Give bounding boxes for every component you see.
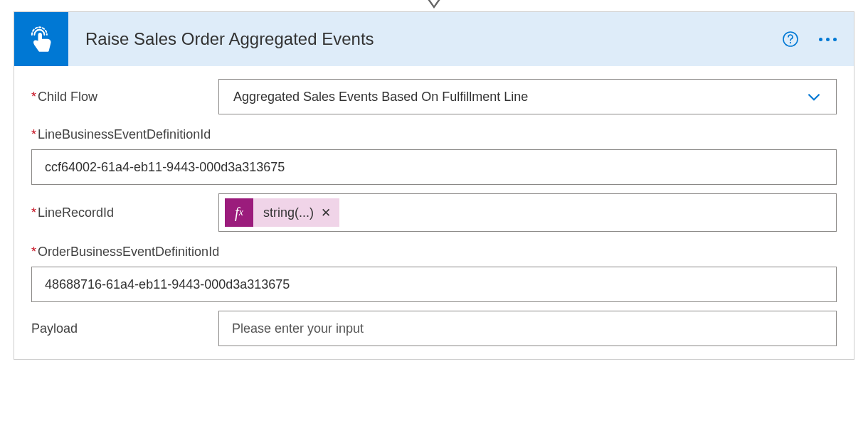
field-row-child-flow: *Child Flow Aggregated Sales Events Base… bbox=[31, 79, 837, 114]
touch-pointer-icon bbox=[26, 24, 56, 54]
svg-point-1 bbox=[790, 42, 791, 43]
child-flow-select[interactable]: Aggregated Sales Events Based On Fulfill… bbox=[218, 79, 837, 114]
help-icon[interactable] bbox=[782, 31, 799, 48]
fx-icon: fx bbox=[225, 198, 253, 227]
required-asterisk: * bbox=[31, 245, 36, 259]
field-label: *OrderBusinessEventDefinitionId bbox=[31, 245, 837, 259]
label-text: LineRecordId bbox=[38, 205, 114, 220]
text-input[interactable] bbox=[45, 267, 823, 301]
select-value: Aggregated Sales Events Based On Fulfill… bbox=[233, 90, 528, 105]
expression-token[interactable]: fx string(...) ✕ bbox=[225, 198, 339, 227]
field-col-line-biz-event-def-id: *LineBusinessEventDefinitionId bbox=[31, 127, 837, 185]
dot-icon bbox=[826, 38, 830, 41]
header-actions bbox=[782, 31, 837, 48]
required-asterisk: * bbox=[31, 205, 36, 220]
required-asterisk: * bbox=[31, 127, 36, 141]
field-label: *Child Flow bbox=[31, 90, 218, 105]
dot-icon bbox=[819, 38, 822, 41]
card-title: Raise Sales Order Aggregated Events bbox=[85, 29, 782, 49]
field-label: *LineRecordId bbox=[31, 205, 218, 220]
line-biz-event-def-id-input[interactable] bbox=[31, 149, 837, 185]
label-text: LineBusinessEventDefinitionId bbox=[38, 127, 211, 141]
label-text: OrderBusinessEventDefinitionId bbox=[38, 245, 219, 259]
text-input[interactable] bbox=[45, 150, 823, 184]
payload-input[interactable] bbox=[218, 311, 837, 346]
label-text: Child Flow bbox=[38, 90, 97, 104]
field-col-order-biz-event-def-id: *OrderBusinessEventDefinitionId bbox=[31, 245, 837, 302]
field-row-payload: Payload bbox=[31, 311, 837, 346]
text-input[interactable] bbox=[232, 311, 823, 346]
dot-icon bbox=[833, 38, 837, 41]
field-label: *LineBusinessEventDefinitionId bbox=[31, 127, 837, 142]
action-icon-tile bbox=[14, 12, 68, 66]
remove-expression-button[interactable]: ✕ bbox=[321, 207, 331, 219]
order-biz-event-def-id-input[interactable] bbox=[31, 267, 837, 302]
expression-text: string(...) bbox=[263, 205, 314, 220]
required-asterisk: * bbox=[31, 90, 36, 104]
action-card: Raise Sales Order Aggregated Events *Chi… bbox=[14, 11, 854, 360]
line-record-id-input[interactable]: fx string(...) ✕ bbox=[218, 193, 837, 232]
more-menu-button[interactable] bbox=[819, 38, 837, 41]
field-row-line-record-id: *LineRecordId fx string(...) ✕ bbox=[31, 193, 837, 232]
card-header: Raise Sales Order Aggregated Events bbox=[14, 12, 854, 66]
field-label: Payload bbox=[31, 321, 218, 336]
card-body: *Child Flow Aggregated Sales Events Base… bbox=[14, 66, 854, 359]
connector-arrow-down-icon bbox=[427, 0, 441, 9]
label-text: Payload bbox=[31, 321, 78, 336]
chevron-down-icon bbox=[805, 87, 823, 106]
